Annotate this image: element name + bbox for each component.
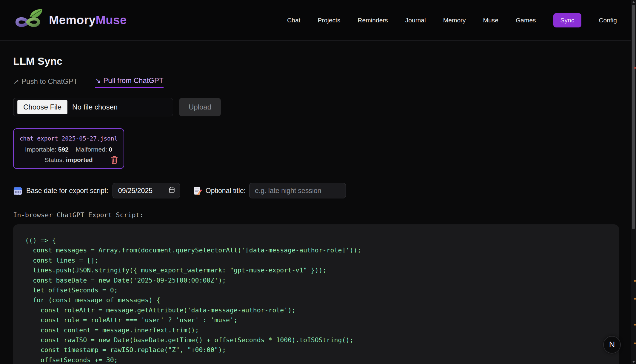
status-label: Status: [44,156,64,163]
base-date-label: Base date for export script: [26,187,108,195]
scrollbar-marker [634,343,636,344]
tab-pull-from-chatgpt[interactable]: ↘Pull from ChatGPT [95,76,164,88]
brand-word-muse: Muse [96,13,127,27]
malformed-value: 0 [109,146,112,153]
export-controls-row: Base date for export script: 09/25/2025 [13,183,623,198]
floating-n-button[interactable]: N [603,336,621,354]
scrollbar-down-arrow[interactable] [632,361,635,363]
import-stats-line: Importable: 592 Malformed: 0 [19,146,119,153]
base-date-value: 09/25/2025 [118,187,153,195]
optional-title-label: Optional title: [206,187,246,195]
optional-title-group: Optional title: [193,183,346,198]
arrow-up-right-icon: ↗ [13,77,19,85]
date-picker-calendar-icon[interactable] [168,186,175,195]
trash-icon [110,161,118,165]
nav-item-muse[interactable]: Muse [483,17,498,24]
scrollbar-marker [634,324,636,326]
tab-push-to-chatgpt[interactable]: ↗Push to ChatGPT [13,77,78,88]
memo-icon [193,186,202,195]
base-date-input[interactable]: 09/25/2025 [113,183,180,198]
scrollbar-marker [634,67,636,69]
export-script-heading: In-browser ChatGPT Export Script: [13,211,623,219]
scrollbar-thumb[interactable] [632,5,635,229]
scrollbar-up-arrow[interactable] [632,1,635,3]
brand-name: MemoryMuse [49,13,127,27]
status-value: imported [66,156,93,163]
nav-item-memory[interactable]: Memory [443,17,466,24]
top-navbar: MemoryMuse Chat Projects Reminders Journ… [0,0,636,41]
scrollbar-marker [634,280,636,282]
nav-item-sync-active[interactable]: Sync [553,13,582,27]
file-input[interactable]: Choose File No file chosen [13,98,173,116]
importable-label: Importable: [25,146,56,153]
calendar-icon [13,186,22,195]
delete-file-button[interactable] [110,155,118,165]
nav-item-journal[interactable]: Journal [405,17,426,24]
scrollbar-marker [634,298,636,300]
tab-pull-label: Pull from ChatGPT [103,76,163,84]
nav-item-projects[interactable]: Projects [318,17,340,24]
infinity-leaf-logo-icon [13,7,45,34]
export-script-code: (() => { const messages = Array.from(doc… [25,235,607,364]
page-title: LLM Sync [13,55,623,67]
upload-row: Choose File No file chosen Upload [13,98,623,116]
export-script-code-block: (() => { const messages = Array.from(doc… [13,224,619,364]
choose-file-button[interactable]: Choose File [17,100,67,114]
imported-file-card: chat_export_2025-05-27.jsonl Importable:… [13,128,124,169]
nav-item-reminders[interactable]: Reminders [358,17,388,24]
optional-title-input[interactable] [249,183,346,198]
nav-item-chat[interactable]: Chat [287,17,300,24]
upload-button[interactable]: Upload [179,98,221,116]
brand-word-memory: Memory [49,13,96,27]
status-line: Status: imported [19,156,119,164]
tab-push-label: Push to ChatGPT [21,77,78,85]
vertical-scrollbar[interactable] [631,0,636,364]
imported-filename: chat_export_2025-05-27.jsonl [19,135,119,142]
nav-item-config[interactable]: Config [599,17,617,24]
arrow-down-right-icon: ↘ [95,76,101,84]
malformed-label: Malformed: [76,146,107,153]
no-file-chosen-text: No file chosen [72,103,118,111]
nav-item-games[interactable]: Games [516,17,536,24]
main-nav: Chat Projects Reminders Journal Memory M… [287,13,617,27]
sync-tabs: ↗Push to ChatGPT ↘Pull from ChatGPT [13,76,623,88]
importable-value: 592 [58,146,69,153]
brand-logo[interactable]: MemoryMuse [13,7,127,34]
main-content: LLM Sync ↗Push to ChatGPT ↘Pull from Cha… [0,55,636,364]
